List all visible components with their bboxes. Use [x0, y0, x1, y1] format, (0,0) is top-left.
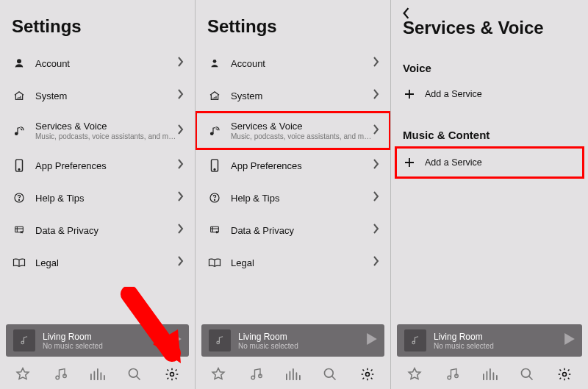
row-label: Services & Voice	[231, 121, 373, 132]
chevron-right-icon	[177, 159, 184, 172]
chevron-right-icon	[177, 256, 184, 269]
chevron-right-icon	[373, 191, 380, 204]
add-service-label: Add a Service	[425, 89, 482, 99]
svg-point-5	[18, 199, 19, 200]
play-icon[interactable]	[171, 333, 182, 348]
add-service-label: Add a Service	[425, 157, 482, 168]
tab-search[interactable]	[123, 363, 146, 386]
now-playing-room: Living Room	[434, 332, 564, 342]
now-playing-status: No music selected	[238, 342, 367, 350]
chevron-right-icon	[177, 224, 184, 237]
chevron-right-icon	[177, 57, 184, 70]
plus-icon	[403, 88, 416, 101]
plus-icon	[403, 156, 416, 169]
chevron-right-icon	[177, 191, 184, 204]
svg-point-8	[56, 376, 60, 379]
chevron-right-icon	[373, 124, 380, 138]
settings-row-legal[interactable]: Legal	[196, 246, 390, 279]
chevron-right-icon	[177, 124, 184, 138]
section-header-music: Music & Content	[391, 110, 588, 146]
screen-services-voice: Services & Voice Voice Add a Service Mus…	[391, 0, 588, 389]
settings-row-account[interactable]: Account	[0, 47, 195, 79]
settings-row-data-privacy[interactable]: Data & Privacy	[196, 214, 390, 246]
svg-point-10	[129, 369, 138, 378]
settings-row-system[interactable]: System	[196, 79, 390, 112]
home-icon	[12, 88, 26, 103]
settings-row-help-tips[interactable]: Help & Tips	[0, 182, 195, 214]
settings-row-legal[interactable]: Legal	[0, 246, 195, 279]
tab-favorites[interactable]	[11, 363, 35, 386]
svg-point-27	[522, 369, 531, 378]
svg-point-28	[563, 373, 567, 376]
help-icon	[207, 190, 222, 205]
svg-point-23	[365, 373, 369, 376]
row-label: Legal	[231, 257, 373, 268]
now-playing-bar[interactable]: Living Room No music selected	[201, 324, 384, 357]
settings-row-data-privacy[interactable]: Data & Privacy	[0, 214, 195, 246]
settings-row-services-voice[interactable]: Services & Voice Music, podcasts, voice …	[0, 112, 195, 149]
settings-row-app-preferences[interactable]: App Preferences	[196, 149, 390, 182]
tab-settings[interactable]	[356, 363, 379, 386]
album-art-placeholder	[404, 329, 426, 351]
tab-rooms[interactable]	[85, 363, 109, 386]
screen-settings-1: Settings Account System	[0, 0, 196, 389]
play-icon[interactable]	[564, 333, 575, 348]
now-playing-bar[interactable]: Living Room No music selected	[6, 324, 189, 357]
tab-search[interactable]	[515, 363, 539, 386]
tab-music[interactable]	[440, 363, 464, 386]
album-art-placeholder	[13, 329, 35, 351]
row-sublabel: Music, podcasts, voice assistants, and m…	[231, 132, 373, 140]
tab-favorites[interactable]	[403, 363, 426, 386]
svg-point-15	[214, 169, 215, 171]
tab-music[interactable]	[49, 363, 72, 386]
chevron-right-icon	[373, 159, 380, 172]
phone-icon	[207, 158, 222, 173]
row-label: Data & Privacy	[35, 225, 177, 236]
tab-rooms[interactable]	[478, 363, 501, 386]
help-icon	[12, 190, 26, 205]
chevron-right-icon	[177, 89, 184, 102]
settings-row-services-voice[interactable]: Services & Voice Music, podcasts, voice …	[196, 112, 390, 149]
tab-settings[interactable]	[160, 363, 184, 386]
tab-music[interactable]	[244, 363, 268, 386]
add-music-service[interactable]: Add a Service	[395, 147, 584, 178]
book-icon	[207, 255, 222, 270]
page-title: Settings	[0, 0, 195, 47]
book-icon	[12, 255, 26, 270]
settings-row-account[interactable]: Account	[196, 47, 390, 79]
row-label: Legal	[35, 257, 177, 268]
row-label: Services & Voice	[35, 121, 177, 132]
music-voice-icon	[12, 124, 26, 138]
page-title: Settings	[196, 0, 390, 47]
svg-point-22	[325, 369, 334, 378]
page-title: Services & Voice	[391, 13, 588, 49]
now-playing-status: No music selected	[434, 342, 564, 350]
person-icon	[12, 56, 26, 71]
chevron-right-icon	[373, 256, 380, 269]
phone-icon	[12, 158, 26, 173]
settings-row-help-tips[interactable]: Help & Tips	[196, 182, 390, 214]
add-voice-service[interactable]: Add a Service	[391, 79, 588, 110]
person-icon	[207, 56, 222, 71]
row-label: Data & Privacy	[231, 225, 373, 236]
tab-bar	[391, 360, 588, 389]
now-playing-status: No music selected	[43, 342, 171, 350]
album-art-placeholder	[209, 329, 231, 351]
tab-rooms[interactable]	[281, 363, 304, 386]
tab-favorites[interactable]	[207, 363, 230, 386]
music-voice-icon	[207, 124, 222, 138]
play-icon[interactable]	[367, 333, 377, 348]
svg-point-3	[18, 169, 20, 171]
chevron-right-icon	[373, 57, 380, 70]
row-label: System	[231, 90, 373, 101]
row-label: Help & Tips	[35, 193, 177, 204]
row-label: System	[35, 90, 177, 101]
settings-row-system[interactable]: System	[0, 79, 195, 112]
tab-search[interactable]	[318, 363, 342, 386]
svg-point-17	[214, 199, 215, 200]
tab-settings[interactable]	[553, 363, 576, 386]
chevron-right-icon	[373, 89, 380, 102]
svg-point-0	[18, 60, 21, 63]
now-playing-bar[interactable]: Living Room No music selected	[397, 324, 582, 357]
settings-row-app-preferences[interactable]: App Preferences	[0, 149, 195, 182]
